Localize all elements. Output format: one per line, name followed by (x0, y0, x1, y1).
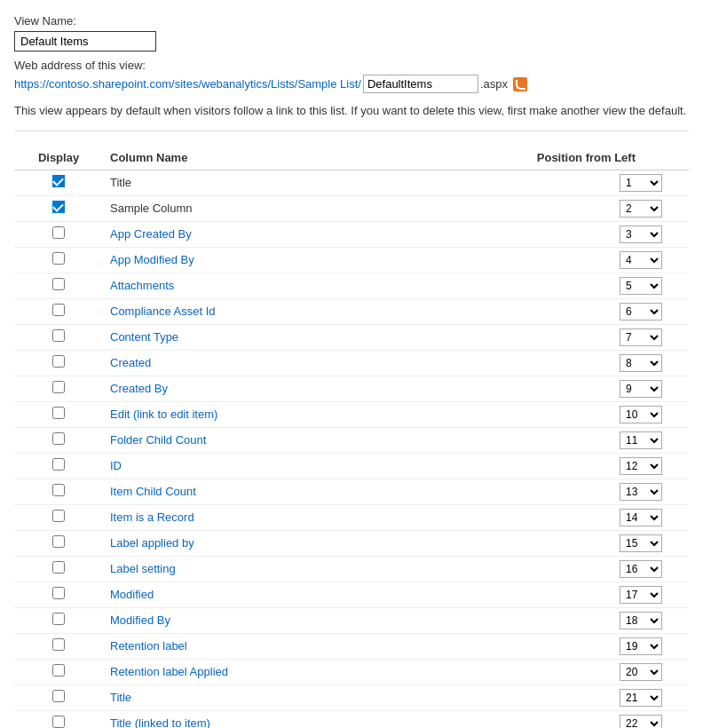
table-row: Label setting123456789101112131415161718… (14, 556, 689, 582)
position-select[interactable]: 123456789101112131415161718192021222324 (620, 689, 662, 707)
position-select[interactable]: 123456789101112131415161718192021222324 (620, 354, 662, 372)
view-name-input[interactable] (14, 31, 156, 51)
row-checkbox[interactable] (52, 278, 65, 290)
column-name-link[interactable]: Content Type (110, 330, 178, 344)
row-checkbox[interactable] (52, 201, 65, 213)
view-name-label: View Name: (14, 14, 689, 28)
position-select[interactable]: 123456789101112131415161718192021222324 (620, 328, 662, 346)
header-position: Position from Left (414, 146, 689, 170)
row-checkbox[interactable] (52, 381, 65, 393)
column-name-link[interactable]: Modified (110, 588, 154, 601)
column-name-text: Sample Column (110, 202, 193, 215)
table-row: Modified By12345678910111213141516171819… (14, 607, 689, 633)
position-select[interactable]: 123456789101112131415161718192021222324 (620, 226, 662, 243)
column-name-link[interactable]: Attachments (110, 279, 174, 292)
position-select[interactable]: 123456789101112131415161718192021222324 (620, 715, 662, 729)
position-select[interactable]: 123456789101112131415161718192021222324 (620, 431, 662, 449)
position-select[interactable]: 123456789101112131415161718192021222324 (620, 380, 662, 398)
column-name-link[interactable]: Title (110, 691, 131, 704)
table-row: Compliance Asset Id123456789101112131415… (14, 298, 689, 324)
table-row: Edit (link to edit item)1234567891011121… (14, 401, 689, 427)
row-checkbox[interactable] (52, 355, 65, 368)
position-select[interactable]: 123456789101112131415161718192021222324 (620, 303, 662, 320)
row-checkbox[interactable] (52, 252, 65, 265)
column-name-link[interactable]: Folder Child Count (110, 433, 206, 447)
table-row: Title (linked to item)123456789101112131… (14, 710, 689, 728)
column-name-link[interactable]: Item is a Record (110, 510, 194, 524)
position-select[interactable]: 123456789101112131415161718192021222324 (620, 251, 662, 269)
row-checkbox[interactable] (52, 690, 65, 702)
web-address-aspx: .aspx (480, 77, 508, 91)
row-checkbox[interactable] (52, 716, 65, 728)
row-checkbox[interactable] (52, 613, 65, 625)
table-row: Attachments12345678910111213141516171819… (14, 273, 689, 298)
row-checkbox[interactable] (52, 226, 65, 239)
position-select[interactable]: 123456789101112131415161718192021222324 (620, 637, 662, 655)
row-checkbox[interactable] (52, 407, 65, 419)
web-address-url: https://contoso.sharepoint.com/sites/web… (14, 77, 361, 91)
column-name-link[interactable]: Created (110, 356, 151, 369)
position-select[interactable]: 123456789101112131415161718192021222324 (620, 277, 662, 295)
web-address-label: Web address of this view: (14, 59, 689, 72)
table-row: Created123456789101112131415161718192021… (14, 350, 689, 376)
position-select[interactable]: 123456789101112131415161718192021222324 (620, 586, 662, 604)
table-row: Folder Child Count1234567891011121314151… (14, 427, 689, 453)
row-checkbox[interactable] (52, 175, 65, 187)
column-name-link[interactable]: Title (linked to item) (110, 716, 210, 728)
row-checkbox[interactable] (52, 664, 65, 677)
table-row: Title12345678910111213141516171819202122… (14, 684, 689, 710)
column-name-link[interactable]: App Modified By (110, 253, 194, 266)
column-name-link[interactable]: Item Child Count (110, 485, 196, 498)
table-row: Modified12345678910111213141516171819202… (14, 582, 689, 607)
table-row: App Modified By1234567891011121314151617… (14, 247, 689, 273)
row-checkbox[interactable] (52, 587, 65, 599)
table-row: Item is a Record123456789101112131415161… (14, 504, 689, 530)
position-select[interactable]: 123456789101112131415161718192021222324 (620, 483, 662, 501)
row-checkbox[interactable] (52, 458, 65, 471)
position-select[interactable]: 123456789101112131415161718192021222324 (620, 509, 662, 526)
rss-icon[interactable] (513, 77, 527, 91)
table-row: Created By123456789101112131415161718192… (14, 376, 689, 401)
column-name-link[interactable]: App Created By (110, 227, 192, 241)
header-display: Display (14, 146, 103, 170)
column-name-link[interactable]: ID (110, 459, 122, 472)
column-name-link[interactable]: Retention label (110, 639, 187, 653)
position-select[interactable]: 123456789101112131415161718192021222324 (620, 612, 662, 629)
row-checkbox[interactable] (52, 561, 65, 574)
column-name-text: Title (110, 176, 131, 189)
row-checkbox[interactable] (52, 329, 65, 342)
position-select[interactable]: 123456789101112131415161718192021222324 (620, 174, 662, 192)
table-row: Content Type1234567891011121314151617181… (14, 324, 689, 350)
position-select[interactable]: 123456789101112131415161718192021222324 (620, 406, 662, 423)
table-row: App Created By12345678910111213141516171… (14, 221, 689, 247)
row-checkbox[interactable] (52, 638, 65, 651)
column-name-link[interactable]: Retention label Applied (110, 665, 228, 678)
table-row: Item Child Count123456789101112131415161… (14, 479, 689, 504)
table-row: Title12345678910111213141516171819202122… (14, 170, 689, 195)
column-name-link[interactable]: Label applied by (110, 536, 194, 550)
columns-table: Display Column Name Position from Left T… (14, 146, 689, 729)
column-name-link[interactable]: Modified By (110, 613, 170, 627)
web-address-input[interactable] (363, 75, 478, 93)
table-row: Label applied by123456789101112131415161… (14, 530, 689, 556)
column-name-link[interactable]: Created By (110, 382, 168, 395)
header-column-name: Column Name (103, 146, 414, 170)
row-checkbox[interactable] (52, 304, 65, 316)
position-select[interactable]: 123456789101112131415161718192021222324 (620, 200, 662, 218)
table-row: Sample Column123456789101112131415161718… (14, 195, 689, 221)
row-checkbox[interactable] (52, 535, 65, 548)
column-name-link[interactable]: Compliance Asset Id (110, 305, 216, 318)
position-select[interactable]: 123456789101112131415161718192021222324 (620, 457, 662, 475)
table-row: ID12345678910111213141516171819202122232… (14, 453, 689, 479)
row-checkbox[interactable] (52, 432, 65, 445)
position-select[interactable]: 123456789101112131415161718192021222324 (620, 534, 662, 552)
row-checkbox[interactable] (52, 510, 65, 522)
row-checkbox[interactable] (52, 484, 65, 496)
info-text: This view appears by default when visito… (14, 102, 689, 131)
position-select[interactable]: 123456789101112131415161718192021222324 (620, 560, 662, 578)
column-name-link[interactable]: Edit (link to edit item) (110, 408, 217, 421)
table-row: Retention label Applied12345678910111213… (14, 659, 689, 684)
table-row: Retention label1234567891011121314151617… (14, 633, 689, 659)
column-name-link[interactable]: Label setting (110, 562, 176, 575)
position-select[interactable]: 123456789101112131415161718192021222324 (620, 663, 662, 681)
